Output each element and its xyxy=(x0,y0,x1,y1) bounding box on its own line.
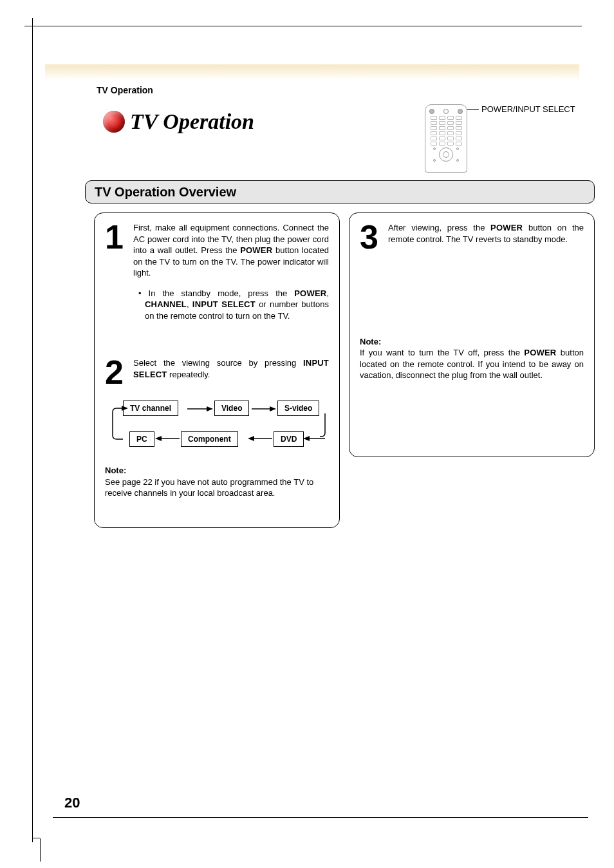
footer-rule xyxy=(53,817,588,818)
page-title: TV Operation xyxy=(130,109,254,134)
arrow-icon xyxy=(248,435,272,442)
callout-label: POWER/INPUT SELECT xyxy=(481,104,575,114)
flow-box-video: Video xyxy=(214,401,249,416)
flow-box-component: Component xyxy=(181,431,238,447)
arrow-icon xyxy=(252,406,276,412)
svg-marker-8 xyxy=(155,436,162,441)
step-number: 1 xyxy=(105,222,127,321)
bullet-icon xyxy=(103,111,125,133)
flow-box-svideo: S-video xyxy=(277,401,319,416)
remote-button-icon xyxy=(458,109,463,114)
flow-box-pc: PC xyxy=(129,431,154,447)
step-3: 3 After viewing, press the POWER button … xyxy=(360,222,584,252)
step-number: 2 xyxy=(105,357,127,388)
svg-marker-6 xyxy=(248,436,254,441)
remote-diagram xyxy=(425,104,467,173)
remote-button-icon xyxy=(429,109,434,114)
svg-marker-3 xyxy=(270,406,276,411)
steps-panel-right: 3 After viewing, press the POWER button … xyxy=(349,212,595,457)
note-text: If you want to turn the TV off, press th… xyxy=(360,347,584,381)
step-2: 2 Select the viewing source by pressing … xyxy=(105,357,329,388)
step-text: Select the viewing source by pressing IN… xyxy=(133,357,329,388)
remote-button-icon xyxy=(443,109,449,114)
running-header: TV Operation xyxy=(97,85,153,95)
crop-tick xyxy=(40,838,41,862)
svg-marker-4 xyxy=(303,436,310,441)
steps-panel-left: 1 First, make all equipment connections.… xyxy=(94,212,340,528)
arrow-icon xyxy=(111,406,128,444)
note-heading: Note: xyxy=(360,336,584,348)
page-title-block: TV Operation xyxy=(103,109,254,134)
page-frame: TV Operation TV Operation POWER/INPU xyxy=(32,26,582,842)
callout-leader xyxy=(467,109,479,110)
header-gradient xyxy=(45,64,579,80)
note-heading: Note: xyxy=(105,465,329,476)
step-number: 3 xyxy=(360,222,382,252)
arrow-icon xyxy=(303,435,325,442)
svg-marker-1 xyxy=(207,406,213,411)
page-number: 20 xyxy=(64,795,80,811)
input-cycle-diagram: TV channel Video S-video PC Component DV… xyxy=(105,397,329,458)
crop-tick xyxy=(32,18,33,26)
step-1: 1 First, make all equipment connections.… xyxy=(105,222,329,321)
note-text: See page 22 if you have not auto program… xyxy=(105,476,329,499)
overview-heading-bar: TV Operation Overview xyxy=(85,180,595,203)
step-text: First, make all equipment connections. C… xyxy=(133,222,329,321)
flow-box-dvd: DVD xyxy=(274,431,304,447)
arrow-icon xyxy=(155,435,180,442)
svg-marker-10 xyxy=(122,406,128,411)
step-text: After viewing, press the POWER button on… xyxy=(388,222,584,252)
overview-heading: TV Operation Overview xyxy=(95,185,236,200)
manual-page: TV Operation TV Operation POWER/INPU xyxy=(0,0,614,868)
crop-tick xyxy=(24,26,32,26)
arrow-icon xyxy=(187,406,213,412)
flow-box-tv: TV channel xyxy=(123,401,178,416)
crop-tick xyxy=(32,838,40,838)
